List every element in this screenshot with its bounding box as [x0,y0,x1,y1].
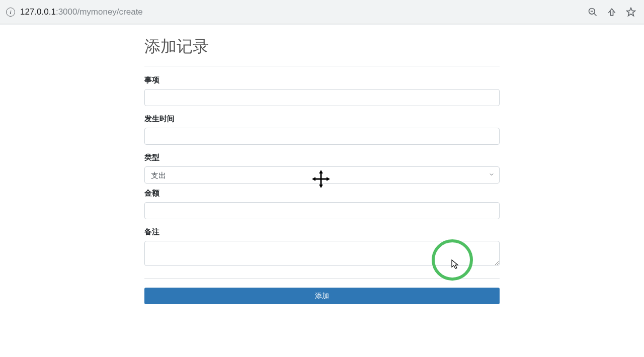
svg-marker-3 [627,8,635,16]
page-content: 添加记录 事项 发生时间 类型 支出 金额 [0,24,644,304]
type-select-wrap: 支出 [144,166,500,184]
bookmark-star-icon[interactable] [626,7,636,17]
url-display[interactable]: 127.0.0.1:3000/mymoney/create [20,7,583,17]
form-group-note: 备注 [144,227,500,268]
item-label: 事项 [144,75,500,85]
type-label: 类型 [144,153,500,162]
form-group-item: 事项 [144,75,500,106]
type-select[interactable]: 支出 [144,166,500,184]
time-label: 发生时间 [144,114,500,124]
form-group-amount: 金额 [144,189,500,219]
note-textarea[interactable] [144,241,500,266]
form-group-time: 发生时间 [144,114,500,145]
form-group-type: 类型 支出 [144,153,500,184]
svg-line-1 [594,13,597,16]
submit-button[interactable]: 添加 [144,288,500,304]
page-title: 添加记录 [144,36,500,66]
site-info-icon[interactable]: i [6,8,15,17]
form-container: 添加记录 事项 发生时间 类型 支出 金额 [144,25,500,304]
submit-section: 添加 [144,278,500,304]
browser-toolbar-icons [588,7,638,17]
item-input[interactable] [144,89,500,106]
share-icon[interactable] [607,7,617,17]
url-host: 127.0.0.1 [20,7,56,17]
note-label: 备注 [144,227,500,237]
amount-label: 金额 [144,189,500,198]
browser-address-bar: i 127.0.0.1:3000/mymoney/create [0,0,644,24]
url-path: :3000/mymoney/create [56,7,143,17]
zoom-icon[interactable] [588,7,598,17]
time-input[interactable] [144,128,500,145]
amount-input[interactable] [144,202,500,219]
